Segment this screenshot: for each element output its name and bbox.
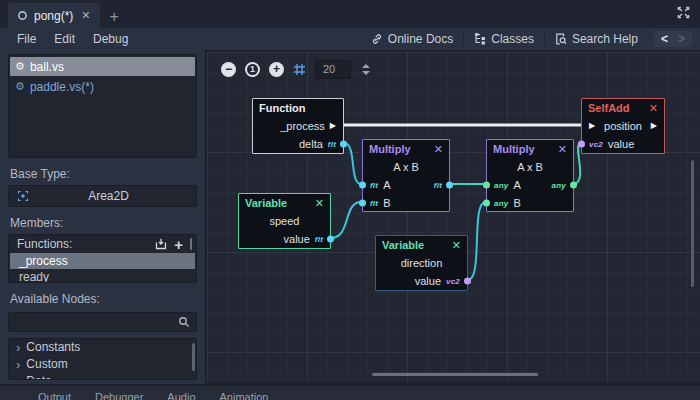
spinner-up-icon[interactable]: [362, 64, 370, 68]
node-header: Variable ✕: [239, 194, 330, 212]
close-node-icon[interactable]: ✕: [558, 143, 567, 156]
node-row: speed: [239, 212, 330, 230]
sequence-out-port[interactable]: ▶: [651, 122, 657, 130]
snap-step-spinner[interactable]: [362, 64, 370, 75]
bottom-tab-audio[interactable]: Audio: [167, 391, 195, 400]
category-data[interactable]: › Data: [9, 373, 196, 380]
port-a-in[interactable]: [359, 182, 366, 189]
node-multiply-flt[interactable]: Multiply ✕ A x B flt A flt flt B: [362, 139, 450, 212]
wire-multiply-to-selfadd-value: [574, 143, 580, 184]
menu-file[interactable]: File: [8, 32, 45, 46]
tab-pong[interactable]: pong(*) ✕: [8, 3, 100, 28]
category-custom[interactable]: › Custom: [9, 356, 196, 373]
distraction-free-icon[interactable]: [676, 5, 691, 20]
area2d-icon: [17, 190, 29, 202]
wire-direction-to-multiply-b: [468, 202, 485, 280]
category-constants[interactable]: › Constants: [9, 339, 196, 356]
new-tab-button[interactable]: +: [110, 8, 119, 28]
bottom-tab-debugger[interactable]: Debugger: [95, 391, 143, 400]
link-icon: [371, 33, 383, 45]
spinner-down-icon[interactable]: [362, 71, 370, 75]
wire-speed-to-multiply-b: [331, 202, 361, 238]
class-tree-icon: [474, 33, 486, 45]
nav-forward-button[interactable]: >: [678, 32, 685, 46]
port-type-label: vc2: [589, 140, 603, 149]
node-title: Multiply: [493, 143, 535, 155]
visual-script-graph[interactable]: − 1 + 20: [205, 50, 700, 384]
port-type-label: flt: [328, 140, 336, 149]
tree-scrollbar[interactable]: [192, 343, 195, 371]
classes-button[interactable]: Classes: [464, 32, 544, 46]
port-result-out[interactable]: [446, 182, 453, 189]
node-row: direction: [376, 254, 467, 272]
graph-vertical-scrollbar[interactable]: [691, 160, 694, 287]
node-header: Variable ✕: [376, 236, 467, 254]
zoom-reset-button[interactable]: 1: [245, 62, 260, 77]
script-icon: ⚙: [15, 61, 25, 72]
port-value-out[interactable]: [327, 236, 334, 243]
available-nodes-label: Available Nodes:: [10, 292, 195, 306]
base-type-label: Base Type:: [10, 167, 195, 181]
script-item-ball[interactable]: ⚙ ball.vs: [10, 57, 195, 76]
port-a-in[interactable]: [483, 182, 490, 189]
add-function-button[interactable]: +: [174, 237, 183, 252]
port-type-label: flt: [434, 181, 442, 190]
port-b-in[interactable]: [359, 200, 366, 207]
menu-debug[interactable]: Debug: [84, 32, 137, 46]
variable-name: speed: [246, 215, 323, 227]
node-header: Multiply ✕: [487, 140, 573, 158]
visual-script-icon: [17, 10, 28, 21]
snap-grid-icon[interactable]: [293, 63, 306, 76]
node-function[interactable]: Function _process ▶ delta flt: [252, 98, 344, 154]
script-item-paddle[interactable]: ⚙ paddle.vs(*): [10, 77, 195, 96]
close-node-icon[interactable]: ✕: [434, 143, 443, 156]
graph-horizontal-scrollbar[interactable]: [372, 373, 538, 376]
close-node-icon[interactable]: ✕: [649, 102, 658, 115]
function-item-process[interactable]: _process: [10, 253, 195, 269]
snap-step-field[interactable]: 20: [315, 60, 351, 79]
port-b-in[interactable]: [483, 200, 490, 207]
zoom-out-button[interactable]: −: [221, 62, 236, 77]
input-b-label: B: [513, 197, 520, 209]
seq-out-label: _process: [280, 120, 325, 132]
menu-bar: File Edit Debug Online Docs Classes: [0, 28, 700, 50]
close-node-icon[interactable]: ✕: [315, 197, 324, 210]
port-type-label: vc2: [446, 277, 460, 286]
node-variable-direction[interactable]: Variable ✕ direction value vc2: [375, 235, 468, 291]
functions-scrollbar[interactable]: [190, 238, 192, 250]
node-row: vc2 value: [582, 135, 664, 153]
base-type-value: Area2D: [29, 189, 188, 203]
node-multiply-any[interactable]: Multiply ✕ A x B any A any any B: [486, 139, 574, 212]
chevron-right-icon: ›: [16, 375, 20, 381]
value-label: value: [608, 138, 634, 150]
sequence-out-port[interactable]: ▶: [330, 122, 336, 130]
node-search-input[interactable]: [8, 312, 197, 332]
port-delta-out[interactable]: [340, 141, 347, 148]
node-row: A x B: [487, 158, 573, 176]
close-node-icon[interactable]: ✕: [452, 239, 461, 252]
online-docs-label: Online Docs: [388, 32, 453, 46]
sequence-in-port[interactable]: ▶: [589, 122, 595, 130]
node-header: Multiply ✕: [363, 140, 449, 158]
function-item-ready[interactable]: ready: [10, 269, 195, 283]
port-value-in[interactable]: [578, 141, 585, 148]
port-value-out[interactable]: [464, 278, 471, 285]
category-label: Custom: [26, 357, 67, 371]
override-icon[interactable]: [155, 238, 167, 250]
online-docs-button[interactable]: Online Docs: [361, 32, 463, 46]
search-help-icon: [555, 33, 567, 45]
node-variable-speed[interactable]: Variable ✕ speed value flt: [238, 193, 331, 249]
script-name: paddle.vs(*): [30, 80, 94, 94]
tab-close-icon[interactable]: ✕: [81, 9, 90, 22]
base-type-button[interactable]: Area2D: [8, 185, 197, 207]
value-label: value: [284, 233, 310, 245]
node-selfadd[interactable]: SelfAdd ✕ ▶ position ▶ vc2 value: [581, 98, 665, 154]
bottom-tab-animation[interactable]: Animation: [220, 391, 269, 400]
bottom-tab-output[interactable]: Output: [38, 391, 71, 400]
nav-back-button[interactable]: <: [661, 32, 668, 46]
operation-label: A x B: [370, 161, 442, 173]
search-help-button[interactable]: Search Help: [545, 32, 648, 46]
port-result-out[interactable]: [570, 182, 577, 189]
menu-edit[interactable]: Edit: [45, 32, 84, 46]
zoom-in-button[interactable]: +: [269, 62, 284, 77]
